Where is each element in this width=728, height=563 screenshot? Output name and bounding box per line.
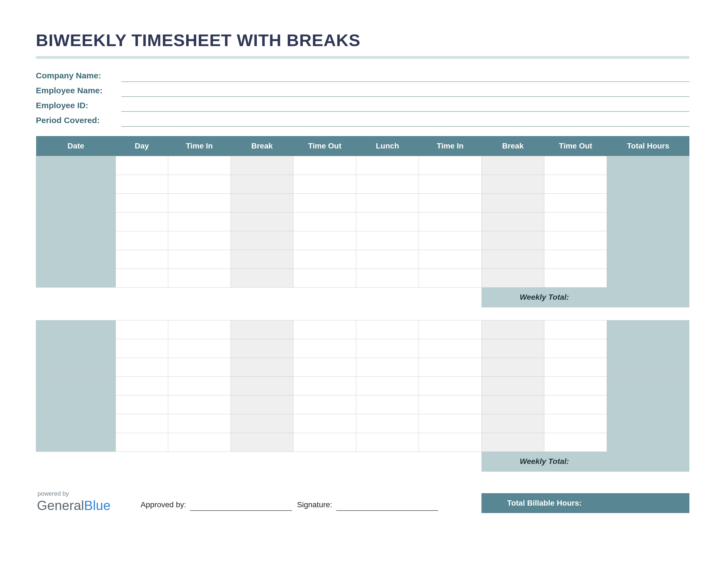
cell-break[interactable] [231,395,293,414]
cell-total[interactable] [607,268,689,287]
cell-break2[interactable] [481,193,544,212]
cell-date[interactable] [36,268,116,287]
cell-timeout[interactable] [293,268,356,287]
cell-lunch[interactable] [356,193,419,212]
weekly-total-value-2[interactable] [607,452,689,472]
cell-total[interactable] [607,231,689,250]
signature-line[interactable] [336,500,438,511]
cell-timeout[interactable] [293,320,356,339]
cell-break[interactable] [231,175,293,193]
cell-timeout2[interactable] [544,268,607,287]
cell-timeout2[interactable] [544,320,607,339]
cell-total[interactable] [607,193,689,212]
cell-total[interactable] [607,175,689,193]
cell-timein[interactable] [168,377,231,395]
cell-timeout2[interactable] [544,433,607,452]
cell-date[interactable] [36,377,116,395]
cell-timeout[interactable] [293,250,356,268]
cell-day[interactable] [116,193,168,212]
employee-input-line[interactable] [121,82,689,97]
cell-lunch[interactable] [356,231,419,250]
cell-timeout2[interactable] [544,377,607,395]
cell-break[interactable] [231,433,293,452]
cell-break[interactable] [231,193,293,212]
cell-timein[interactable] [168,231,231,250]
cell-break2[interactable] [481,156,544,175]
cell-break2[interactable] [481,433,544,452]
cell-date[interactable] [36,212,116,231]
cell-timein2[interactable] [419,377,481,395]
cell-total[interactable] [607,414,689,433]
cell-timein[interactable] [168,156,231,175]
cell-total[interactable] [607,339,689,358]
cell-lunch[interactable] [356,268,419,287]
cell-timein2[interactable] [419,339,481,358]
cell-lunch[interactable] [356,212,419,231]
cell-timein2[interactable] [419,433,481,452]
cell-lunch[interactable] [356,377,419,395]
cell-timein[interactable] [168,268,231,287]
cell-total[interactable] [607,433,689,452]
cell-timeout[interactable] [293,433,356,452]
cell-break[interactable] [231,377,293,395]
cell-date[interactable] [36,156,116,175]
cell-timeout[interactable] [293,212,356,231]
cell-day[interactable] [116,250,168,268]
cell-break2[interactable] [481,175,544,193]
cell-date[interactable] [36,433,116,452]
cell-timein[interactable] [168,250,231,268]
cell-total[interactable] [607,320,689,339]
cell-date[interactable] [36,250,116,268]
cell-timein2[interactable] [419,175,481,193]
cell-timein[interactable] [168,175,231,193]
cell-timeout[interactable] [293,358,356,377]
cell-date[interactable] [36,339,116,358]
cell-break[interactable] [231,231,293,250]
cell-total[interactable] [607,212,689,231]
cell-day[interactable] [116,339,168,358]
empid-input-line[interactable] [121,97,689,112]
cell-timeout2[interactable] [544,358,607,377]
cell-date[interactable] [36,193,116,212]
cell-lunch[interactable] [356,175,419,193]
cell-day[interactable] [116,358,168,377]
cell-break2[interactable] [481,268,544,287]
cell-break[interactable] [231,212,293,231]
cell-day[interactable] [116,395,168,414]
cell-day[interactable] [116,414,168,433]
cell-timein[interactable] [168,193,231,212]
cell-timeout2[interactable] [544,193,607,212]
cell-timeout2[interactable] [544,414,607,433]
cell-timein2[interactable] [419,212,481,231]
cell-break2[interactable] [481,414,544,433]
cell-break2[interactable] [481,358,544,377]
cell-break2[interactable] [481,395,544,414]
cell-timeout2[interactable] [544,175,607,193]
cell-total[interactable] [607,156,689,175]
cell-lunch[interactable] [356,320,419,339]
cell-total[interactable] [607,377,689,395]
cell-timein2[interactable] [419,250,481,268]
cell-break[interactable] [231,156,293,175]
cell-timeout[interactable] [293,377,356,395]
cell-break2[interactable] [481,212,544,231]
cell-timein2[interactable] [419,320,481,339]
cell-lunch[interactable] [356,395,419,414]
cell-timeout[interactable] [293,156,356,175]
cell-timein[interactable] [168,339,231,358]
cell-timeout2[interactable] [544,212,607,231]
cell-break[interactable] [231,339,293,358]
cell-day[interactable] [116,231,168,250]
cell-day[interactable] [116,156,168,175]
cell-timeout[interactable] [293,193,356,212]
cell-break2[interactable] [481,339,544,358]
total-billable-value[interactable] [607,493,689,513]
cell-break[interactable] [231,250,293,268]
cell-timein2[interactable] [419,231,481,250]
cell-lunch[interactable] [356,414,419,433]
approved-by-line[interactable] [190,500,292,511]
cell-date[interactable] [36,395,116,414]
cell-timein2[interactable] [419,358,481,377]
cell-timein2[interactable] [419,193,481,212]
cell-break2[interactable] [481,250,544,268]
